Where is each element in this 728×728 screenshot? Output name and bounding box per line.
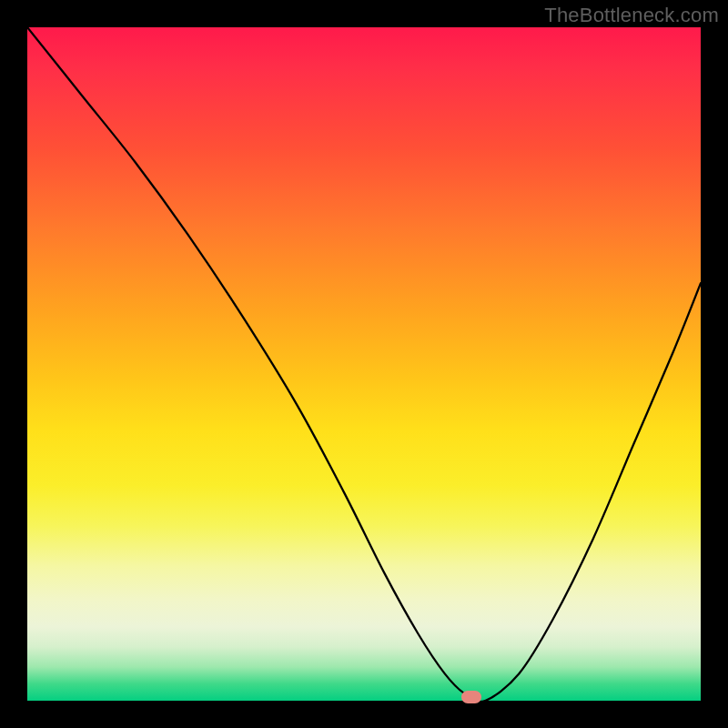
bottleneck-curve — [27, 27, 701, 701]
optimum-marker — [461, 691, 481, 703]
plot-area — [27, 27, 701, 701]
chart-frame: TheBottleneck.com — [0, 0, 728, 728]
watermark-text: TheBottleneck.com — [544, 4, 719, 27]
